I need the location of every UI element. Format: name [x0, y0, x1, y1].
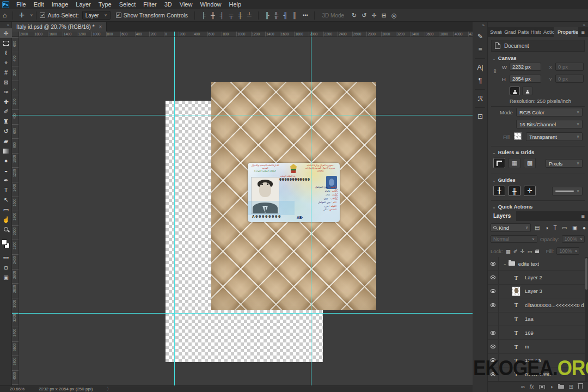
healing-brush-tool[interactable]: ✚	[0, 97, 12, 107]
lock-pixels-icon[interactable]: ✐	[513, 248, 518, 254]
layer-filter-icon-4[interactable]: ▣	[572, 225, 577, 231]
fill-dropdown[interactable]: Transparent∨	[526, 132, 583, 141]
tab-histo[interactable]: Histo	[529, 27, 541, 37]
visibility-toggle[interactable]	[488, 298, 499, 311]
delete-layer-icon[interactable]	[578, 384, 583, 389]
align-icon-1[interactable]: ╫	[211, 12, 215, 19]
lock-position-icon[interactable]: ✛	[520, 248, 525, 254]
ruler-horizontal[interactable]: 2000180016001400120010008006004002000200…	[19, 32, 473, 37]
new-layer-icon[interactable]: ⊞	[569, 384, 573, 390]
dodge-tool[interactable]: ◒	[0, 166, 12, 175]
menu-item-layer[interactable]: Layer	[72, 0, 95, 9]
clone-stamp-tool[interactable]: ♜	[0, 117, 12, 126]
object-selection-tool[interactable]: ⌖	[0, 58, 12, 68]
menu-item-3d[interactable]: 3D	[161, 0, 176, 9]
glyphs-panel-icon[interactable]: ℛ	[473, 92, 488, 105]
layer-effects-icon[interactable]: fx	[530, 384, 534, 390]
menu-item-file[interactable]: File	[13, 0, 30, 9]
hand-tool[interactable]: ☝	[0, 215, 12, 224]
layer-row[interactable]: Tcilta000000...<<<<<<<0 d	[488, 298, 585, 312]
close-icon[interactable]: ×	[99, 24, 102, 30]
auto-select-checkbox[interactable]: ✓	[40, 13, 45, 18]
paragraph-icon[interactable]: ¶	[473, 74, 488, 87]
edit-toolbar[interactable]: •••	[0, 253, 12, 262]
eyedropper-tool[interactable]: ✑	[0, 87, 12, 97]
align-icon-2[interactable]: ╡	[220, 12, 224, 19]
align-icon-3[interactable]: ╤	[229, 12, 234, 19]
foreground-color-swatch[interactable]	[2, 240, 7, 245]
path-selection-tool[interactable]: ↖	[0, 195, 12, 205]
align-icon-4[interactable]: ╪	[238, 12, 242, 19]
document-tab[interactable]: Italy id.psd @ 20.7% (RGB/16) * ×	[12, 22, 107, 32]
lock-artboard-icon[interactable]: ▭	[528, 248, 532, 254]
toggle-rulers-button[interactable]	[493, 158, 505, 168]
panel-menu-icon[interactable]: ≡	[578, 211, 588, 221]
layer-filter-icon-5[interactable]: ●	[583, 225, 586, 231]
crop-tool[interactable]: #	[0, 68, 12, 77]
brush-settings-icon[interactable]: ✎	[473, 30, 488, 43]
distribute-icon-2[interactable]: ╢	[283, 12, 287, 19]
eraser-tool[interactable]: ▰	[0, 136, 12, 146]
gradient-tool[interactable]	[0, 146, 12, 156]
tab-patte[interactable]: Patte	[516, 27, 529, 37]
layer-row[interactable]: TLayer 2	[488, 271, 585, 284]
layer-filter-icon-1[interactable]: ◑	[545, 225, 548, 231]
tab-swatc[interactable]: Swatc	[488, 27, 502, 37]
brushes-icon[interactable]: ≡	[473, 43, 488, 56]
more-options-button[interactable]: •••	[300, 13, 310, 18]
shape-tool[interactable]: ▭	[0, 205, 12, 215]
frame-tool[interactable]: ⊠	[0, 77, 12, 87]
id-card-image[interactable]: الادارة العامة للجنسية والاحوال المدنية …	[248, 163, 340, 222]
layer-filter-icon-2[interactable]: T	[553, 225, 556, 231]
guide-style-dropdown[interactable]: ∨	[552, 187, 583, 195]
3d-panel-icon[interactable]: ⊡	[473, 110, 488, 123]
guides-section-header[interactable]: ⌄Guides	[492, 177, 516, 183]
constrain-link-icon[interactable]: ∞	[492, 69, 499, 74]
layer-filter-icon-0[interactable]: ▤	[535, 225, 540, 231]
properties-document-row[interactable]: Document	[491, 40, 585, 52]
guide-horizontal-1[interactable]	[19, 115, 473, 115]
layer-filter-icon-3[interactable]: ▭	[562, 225, 567, 231]
tab-gradi[interactable]: Gradi	[502, 27, 515, 37]
toggle-guides-button[interactable]: ╂	[493, 186, 505, 196]
menu-item-image[interactable]: Image	[48, 0, 72, 9]
menu-item-type[interactable]: Type	[95, 0, 115, 9]
width-field[interactable]: 2232 px	[510, 63, 541, 71]
tab-layers[interactable]: Layers	[488, 211, 516, 221]
tab-actio[interactable]: Actio	[541, 27, 554, 37]
lock-transparency-icon[interactable]: ▦	[506, 248, 511, 254]
visibility-toggle[interactable]	[488, 257, 499, 270]
ruler-vertical[interactable]: 6004002000200400600800100012001400160018…	[12, 37, 19, 385]
quick-actions-section-header[interactable]: ⌄Quick Actions	[492, 204, 532, 210]
chevron-down-icon[interactable]: ∨	[30, 13, 33, 17]
layer-row[interactable]: ⌄edite text	[488, 257, 585, 271]
visibility-toggle[interactable]	[488, 285, 499, 298]
rulers-grids-section-header[interactable]: ⌄Rulers & Grids	[492, 149, 534, 155]
menu-item-select[interactable]: Select	[115, 0, 140, 9]
menu-item-help[interactable]: Help	[225, 0, 246, 9]
toggle-grid-button[interactable]: ▦	[509, 158, 520, 168]
collapse-toolbar-icon[interactable]: »	[0, 22, 11, 28]
tab-properties[interactable]: Properties	[554, 27, 578, 37]
pen-tool[interactable]: ✒	[0, 175, 12, 185]
toggle-pixel-grid-button[interactable]: ▩	[524, 158, 536, 168]
canvas-section-header[interactable]: ⌄Canvas	[492, 55, 517, 61]
link-layers-icon[interactable]: ∞	[521, 384, 525, 390]
align-icon-5[interactable]: ╧	[247, 12, 252, 19]
visibility-toggle[interactable]	[488, 340, 499, 353]
align-icon-0[interactable]: ╞	[201, 12, 206, 19]
menu-item-edit[interactable]: Edit	[30, 0, 48, 9]
move-tool[interactable]: ✛	[0, 28, 12, 38]
expand-panels-icon[interactable]: »	[473, 22, 487, 30]
menu-item-filter[interactable]: Filter	[139, 0, 160, 9]
move-tool-preset-icon[interactable]: ✛	[16, 11, 27, 19]
color-swatches[interactable]	[0, 238, 12, 253]
panel-menu-icon[interactable]: ≡	[578, 27, 588, 37]
orientation-landscape-button[interactable]	[522, 87, 532, 95]
menu-item-view[interactable]: View	[176, 0, 197, 9]
chevron-down-icon[interactable]: ⌄	[503, 261, 507, 266]
adjustment-layer-icon[interactable]: ◑	[550, 384, 553, 390]
show-transform-checkbox[interactable]: ✓	[116, 13, 121, 18]
layer-filter-dropdown[interactable]: Kind ∨	[491, 223, 531, 232]
character-icon[interactable]: A|	[473, 61, 488, 74]
